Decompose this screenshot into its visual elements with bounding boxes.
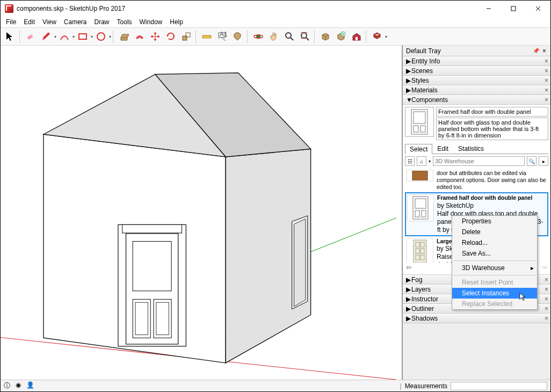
component-icon[interactable] bbox=[318, 29, 333, 44]
details-toggle-icon[interactable]: ▸ bbox=[539, 156, 548, 166]
pencil-icon[interactable] bbox=[39, 29, 54, 44]
context-save-as[interactable]: Save As... bbox=[452, 248, 537, 259]
menu-draw[interactable]: Draw bbox=[91, 17, 113, 27]
component-desc-input[interactable]: Half door with glass top and double pane… bbox=[436, 118, 548, 140]
submenu-arrow-icon: ▸ bbox=[531, 264, 534, 272]
profile-icon[interactable]: 👤 bbox=[26, 381, 34, 390]
search-button-icon[interactable]: 🔍 bbox=[527, 156, 536, 166]
window-title: components.skp - SketchUp Pro 2017 bbox=[17, 5, 476, 12]
body: Default Tray 📌 × ▶Entity Info× ▶Scenes× … bbox=[1, 46, 550, 380]
nav-fwd-icon[interactable]: ⇨ bbox=[542, 264, 547, 271]
titlebar: components.skp - SketchUp Pro 2017 bbox=[1, 1, 550, 17]
warehouse-icon[interactable] bbox=[334, 29, 349, 44]
svg-line-23 bbox=[306, 38, 309, 40]
component-item[interactable]: door but attributes can be edited via co… bbox=[405, 168, 548, 192]
context-delete[interactable]: Delete bbox=[452, 227, 537, 237]
status-bar: ⓘ ◉ 👤 | Measurements bbox=[1, 380, 550, 391]
orbit-icon[interactable] bbox=[251, 29, 266, 44]
circle-icon[interactable] bbox=[93, 29, 108, 44]
send-warehouse-icon[interactable] bbox=[349, 29, 364, 44]
arc-icon[interactable] bbox=[57, 29, 72, 44]
nav-back-icon[interactable]: ⇦ bbox=[406, 264, 411, 271]
tape-icon[interactable] bbox=[199, 29, 214, 44]
svg-rect-25 bbox=[356, 37, 358, 40]
svg-rect-4 bbox=[27, 34, 33, 40]
tab-statistics[interactable]: Statistics bbox=[453, 143, 489, 154]
toolbar: ▾ ▾ ▾ ▾ A1 ▾ bbox=[1, 27, 550, 46]
panel-styles[interactable]: ▶Styles× bbox=[403, 76, 550, 85]
menu-window[interactable]: Window bbox=[136, 17, 166, 27]
context-reload[interactable]: Reload... bbox=[452, 237, 537, 248]
component-item-author: by SketchUp bbox=[437, 202, 474, 209]
home-icon[interactable]: ⌂ bbox=[417, 156, 426, 166]
offset-icon[interactable] bbox=[132, 29, 147, 44]
panel-scenes[interactable]: ▶Scenes× bbox=[403, 66, 550, 76]
text-icon[interactable]: A1 bbox=[215, 29, 230, 44]
panel-components[interactable]: ▼Components× bbox=[403, 95, 550, 105]
move-icon[interactable] bbox=[148, 29, 163, 44]
component-thumbnail bbox=[405, 107, 434, 137]
svg-text:A1: A1 bbox=[220, 31, 228, 38]
menu-edit[interactable]: Edit bbox=[20, 17, 38, 27]
svg-rect-43 bbox=[414, 112, 425, 124]
menu-view[interactable]: View bbox=[39, 17, 60, 27]
panel-materials[interactable]: ▶Materials× bbox=[403, 85, 550, 95]
search-input[interactable] bbox=[433, 156, 525, 166]
component-tabs: Select Edit Statistics bbox=[405, 143, 548, 154]
panel-shadows[interactable]: ▶Shadows× bbox=[403, 314, 550, 323]
scale-icon[interactable] bbox=[179, 29, 194, 44]
rectangle-icon[interactable] bbox=[75, 29, 90, 44]
svg-rect-39 bbox=[156, 302, 169, 335]
svg-line-21 bbox=[291, 38, 293, 40]
select-tool-icon[interactable] bbox=[3, 29, 18, 44]
component-item-title: Large bbox=[437, 238, 452, 244]
tray-title-label: Default Tray bbox=[406, 47, 441, 55]
measurements-input[interactable] bbox=[451, 382, 547, 390]
zoom-icon[interactable] bbox=[282, 29, 297, 44]
paint-icon[interactable] bbox=[230, 29, 245, 44]
menu-help[interactable]: Help bbox=[166, 17, 186, 27]
svg-rect-37 bbox=[135, 302, 148, 335]
maximize-button[interactable] bbox=[501, 1, 526, 17]
zoom-extents-icon[interactable] bbox=[298, 29, 313, 44]
menu-bar: File Edit View Camera Draw Tools Window … bbox=[1, 17, 550, 27]
pushpull-icon[interactable] bbox=[117, 29, 132, 44]
rotate-icon[interactable] bbox=[163, 29, 178, 44]
component-item-title: Framed half door with double panel bbox=[437, 194, 532, 201]
app-icon bbox=[5, 4, 13, 13]
eraser-icon[interactable] bbox=[23, 29, 38, 44]
view-mode-icon[interactable]: ☷ bbox=[405, 156, 415, 166]
pin-icon[interactable]: 📌 bbox=[531, 48, 541, 54]
svg-rect-1 bbox=[511, 6, 516, 11]
pan-icon[interactable] bbox=[266, 29, 281, 44]
context-properties[interactable]: Properties bbox=[452, 216, 537, 227]
person-icon[interactable]: ◉ bbox=[16, 381, 21, 390]
svg-point-20 bbox=[286, 33, 291, 38]
component-name-input[interactable] bbox=[436, 107, 548, 117]
tray-title[interactable]: Default Tray 📌 × bbox=[403, 46, 550, 56]
menu-tools[interactable]: Tools bbox=[114, 17, 135, 27]
extension-icon[interactable] bbox=[369, 29, 385, 44]
model-canvas[interactable] bbox=[1, 46, 402, 380]
tray-close-icon[interactable]: × bbox=[541, 47, 547, 55]
viewport-3d[interactable] bbox=[1, 46, 402, 380]
measurements-label: Measurements bbox=[405, 382, 447, 390]
help-icon[interactable]: ⓘ bbox=[4, 381, 10, 390]
menu-camera[interactable]: Camera bbox=[61, 17, 90, 27]
svg-rect-46 bbox=[412, 171, 427, 180]
panel-close-icon[interactable]: × bbox=[545, 57, 548, 65]
minimize-button[interactable] bbox=[476, 1, 501, 17]
svg-rect-5 bbox=[79, 34, 86, 39]
tab-select[interactable]: Select bbox=[405, 144, 432, 154]
svg-rect-7 bbox=[183, 36, 187, 40]
panel-entity-info[interactable]: ▶Entity Info× bbox=[403, 56, 550, 66]
context-3d-warehouse[interactable]: 3D Warehouse▸ bbox=[452, 263, 537, 273]
cursor-icon bbox=[519, 292, 528, 302]
tab-edit[interactable]: Edit bbox=[432, 143, 453, 154]
close-button[interactable] bbox=[526, 1, 550, 17]
svg-rect-45 bbox=[421, 126, 425, 132]
menu-file[interactable]: File bbox=[3, 17, 19, 27]
default-tray: Default Tray 📌 × ▶Entity Info× ▶Scenes× … bbox=[402, 46, 550, 380]
svg-rect-49 bbox=[415, 210, 419, 217]
svg-point-6 bbox=[97, 33, 105, 40]
